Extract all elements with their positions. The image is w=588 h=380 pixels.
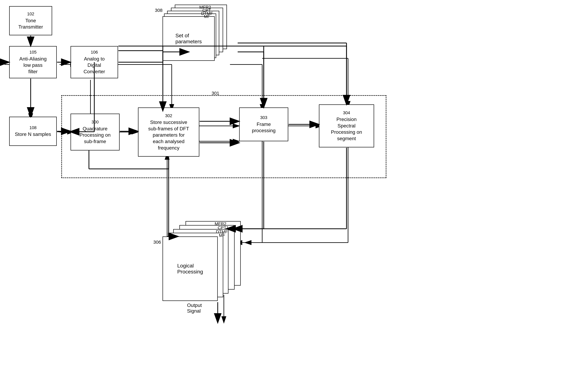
label-308: 308 xyxy=(155,8,162,13)
logical-proc-label: LogicalProcessing xyxy=(177,263,203,275)
label-306: 306 xyxy=(153,240,161,245)
anti-alias-box: 105 Anti-Aliasinglow passfilter xyxy=(9,46,57,78)
store-n-id: 108 xyxy=(29,125,37,131)
adc-label: Analog toDigitalConverter xyxy=(84,56,105,75)
mf-bot-label: MF xyxy=(219,233,225,238)
output-signal-label: OutputSignal xyxy=(187,303,202,314)
label-301: 301 xyxy=(212,91,219,96)
store-n-box: 108 Store N samples xyxy=(9,117,57,146)
diagram: 102 ToneTransmitter 105 Anti-Aliasinglow… xyxy=(0,0,588,380)
anti-alias-id: 105 xyxy=(29,49,37,55)
tone-transmitter-label: ToneTransmitter xyxy=(18,18,43,30)
mf-top-label: MF xyxy=(204,14,210,19)
tone-transmitter-id: 102 xyxy=(27,11,34,17)
tone-transmitter-box: 102 ToneTransmitter xyxy=(9,6,52,35)
adc-box: 106 Analog toDigitalConverter xyxy=(70,46,118,78)
dashed-border-301 xyxy=(61,95,386,178)
adc-id: 106 xyxy=(91,49,98,55)
set-params-label: Set ofparameters xyxy=(175,33,202,44)
anti-alias-label: Anti-Aliasinglow passfilter xyxy=(19,56,47,75)
store-n-label: Store N samples xyxy=(15,131,51,138)
